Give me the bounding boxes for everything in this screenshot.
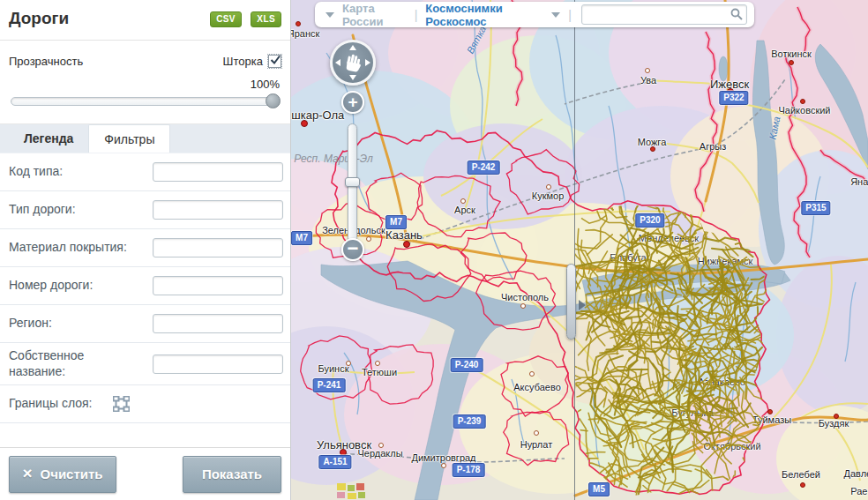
active-layer-dropdown-icon[interactable] — [551, 12, 560, 18]
filter-row-road-type: Тип дороги: — [0, 191, 290, 229]
tab-filters[interactable]: Фильтры — [88, 124, 170, 153]
export-buttons: CSV XLS — [205, 10, 281, 27]
roads-panel: Дороги CSV XLS Прозрачность Шторка 100% — [0, 0, 291, 500]
filter-row-surface-material: Материал покрытия: — [0, 229, 290, 267]
search-icon[interactable] — [730, 8, 743, 20]
app-window: Дороги CSV XLS Прозрачность Шторка 100% — [0, 0, 868, 500]
type-code-input[interactable] — [153, 162, 283, 182]
clear-x-icon: × — [22, 465, 32, 481]
own-name-input[interactable] — [153, 354, 283, 374]
base-layer-link[interactable]: Карта России — [342, 2, 407, 28]
transparency-label: Прозрачность — [9, 55, 83, 68]
transparency-slider-handle[interactable] — [266, 93, 281, 108]
field-label: Код типа: — [9, 164, 63, 180]
pan-down-icon[interactable] — [349, 75, 356, 80]
field-label: Собственное название: — [9, 348, 106, 379]
hand-icon — [343, 52, 363, 73]
filter-row-region: Регион: — [0, 305, 290, 343]
curtain-label: Шторка — [223, 55, 263, 68]
filter-form: Код типа: Тип дороги: Материал покрытия:… — [0, 153, 290, 423]
pan-right-icon[interactable] — [365, 59, 370, 66]
pan-control[interactable] — [330, 40, 376, 86]
filter-row-road-number: Номер дороги: — [0, 267, 290, 305]
polygon-select-icon[interactable] — [113, 396, 130, 412]
field-label: Границы слоя: — [9, 396, 92, 412]
zoom-out-button[interactable]: − — [341, 238, 364, 261]
field-label: Регион: — [9, 316, 52, 332]
transparency-slider[interactable] — [11, 97, 278, 106]
zoom-slider-handle[interactable] — [345, 177, 360, 187]
layer-toolbar: Карта России | Космоснимки Роскосмос | — [315, 2, 754, 27]
pan-up-icon[interactable] — [349, 45, 356, 50]
toolbar-separator: | — [415, 8, 418, 22]
panel-footer: × Очистить Показать — [0, 447, 290, 500]
filter-row-type-code: Код типа: — [0, 153, 290, 191]
zoom-in-button[interactable]: + — [341, 91, 364, 114]
toolbar-separator: | — [568, 8, 572, 22]
transparency-value: 100% — [9, 78, 280, 91]
export-csv-button[interactable]: CSV — [210, 11, 242, 27]
active-layer-link[interactable]: Космоснимки Роскосмос — [425, 2, 543, 28]
curtain-checkbox[interactable] — [268, 55, 281, 68]
curtain-drag-handle[interactable] — [566, 264, 576, 340]
field-label: Номер дороги: — [9, 278, 93, 294]
check-icon — [269, 54, 281, 66]
tab-legend[interactable]: Легенда — [9, 124, 88, 153]
panel-tabs: Легенда Фильтры — [0, 124, 290, 153]
field-label: Материал покрытия: — [9, 240, 127, 256]
road-number-input[interactable] — [153, 276, 283, 295]
surface-material-input[interactable] — [153, 238, 283, 257]
panel-header: Дороги CSV XLS — [0, 0, 290, 41]
search-input[interactable] — [581, 4, 747, 25]
curtain-divider-line — [574, 0, 575, 500]
page-title: Дороги — [9, 9, 69, 28]
region-input[interactable] — [153, 314, 283, 333]
show-button[interactable]: Показать — [183, 456, 281, 493]
roads-overlay-layer — [291, 0, 868, 500]
filter-row-own-name: Собственное название: — [0, 343, 290, 385]
transparency-section: Прозрачность Шторка 100% — [0, 41, 290, 124]
road-type-input[interactable] — [153, 200, 283, 220]
clear-button[interactable]: × Очистить — [9, 456, 116, 493]
curtain-arrow-icon[interactable] — [579, 300, 586, 310]
base-layer-dropdown-icon[interactable] — [326, 12, 334, 18]
field-label: Тип дороги: — [9, 202, 76, 218]
map-viewport[interactable]: ЯранскЙошкар-ОлаЗеленодольскКазаньАрскКу… — [291, 0, 868, 500]
filter-row-layer-bounds: Границы слоя: — [0, 385, 290, 423]
pan-left-icon[interactable] — [335, 59, 340, 66]
export-xls-button[interactable]: XLS — [251, 11, 281, 27]
